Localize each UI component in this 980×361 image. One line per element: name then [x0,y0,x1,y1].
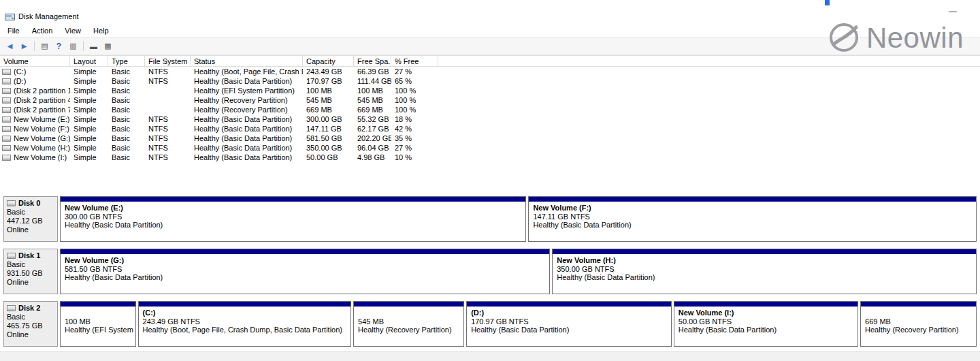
cell-type: Basic [108,105,145,114]
partition-i[interactable]: New Volume (I:) 50.00 GB NTFS Healthy (B… [674,301,858,347]
action-pane-icon[interactable]: ▬ [86,40,101,52]
cell-free: 96.04 GB [354,143,391,153]
col-layout[interactable]: Layout [70,56,108,66]
cell-volume: New Volume (E:) [0,114,70,124]
cell-layout: Simple [70,95,108,105]
partition-name: New Volume (F:) [533,204,972,213]
partition-c[interactable]: (C:) 243.49 GB NTFS Healthy (Boot, Page … [138,301,352,347]
cell-status: Healthy (Basic Data Partition) [191,114,303,124]
minimize-button[interactable]: — [949,7,957,16]
cell-capacity: 50.00 GB [303,153,354,162]
cell-type: Basic [108,76,145,86]
cell-volume: (C:) [0,67,70,76]
cell-free: 100 MB [354,86,391,95]
partition-name: New Volume (I:) [679,309,853,317]
cell-capacity: 100 MB [303,86,354,95]
cell-capacity: 243.49 GB [303,67,354,76]
disk-header-0[interactable]: Disk 0 Basic 447.12 GB Online [3,196,58,242]
cell-status: Healthy (Basic Data Partition) [191,134,303,143]
table-row[interactable]: (Disk 2 partition 4) Simple Basic Health… [0,95,980,105]
volume-icon [2,126,11,132]
partition-status: Healthy (Basic Data Partition) [533,221,972,230]
partition-info: New Volume (H:) 350.00 GB NTFS Healthy (… [553,254,976,282]
partition-color-bar [139,302,351,307]
cell-type: Basic [108,114,145,124]
partitions-disk-2: 100 MB Healthy (EFI System Partition) (C… [60,301,977,347]
col-free-space[interactable]: Free Spa... [354,56,391,66]
partition-recovery-2[interactable]: 669 MB Healthy (Recovery Partition) [860,301,977,347]
back-icon[interactable]: ◀ [3,40,17,52]
cell-fs [145,86,191,95]
cell-status: Healthy (Basic Data Partition) [191,153,303,162]
partition-color-bar [553,249,976,254]
table-row[interactable]: (Disk 2 partition 7) Simple Basic Health… [0,105,980,114]
table-row[interactable]: New Volume (H:) Simple Basic NTFS Health… [0,143,980,153]
table-row[interactable]: (C:) Simple Basic NTFS Healthy (Boot, Pa… [0,67,980,76]
menu-view[interactable]: View [59,23,87,37]
col-file-system[interactable]: File System [145,56,191,66]
properties-icon[interactable]: ▥ [66,40,80,52]
partition-h[interactable]: New Volume (H:) 350.00 GB NTFS Healthy (… [552,249,977,294]
menu-action[interactable]: Action [26,23,59,37]
partition-info: 100 MB Healthy (EFI System Partition) [61,307,135,334]
cell-layout: Simple [70,67,108,76]
cell-free: 66.39 GB [354,67,391,76]
disk-label: Disk 0 [18,199,40,208]
cell-pct: 100 % [391,86,438,95]
col-status[interactable]: Status [191,56,303,66]
cell-volume: (Disk 2 partition 7) [0,105,70,114]
partition-d[interactable]: (D:) 170.97 GB NTFS Healthy (Basic Data … [466,301,672,347]
cell-free: 4.98 GB [354,153,391,162]
partition-size: 170.97 GB NTFS [471,317,667,326]
partition-recovery-1[interactable]: 545 MB Healthy (Recovery Partition) [353,301,464,347]
cell-fs: NTFS [145,67,191,76]
cell-type: Basic [108,86,145,95]
cell-layout: Simple [70,134,108,143]
cell-status: Healthy (Boot, Page File, Crash Du... [191,67,303,76]
cell-volume: New Volume (I:) [0,153,70,162]
col-type[interactable]: Type [108,56,145,66]
col-volume[interactable]: Volume [0,56,70,66]
partition-info: New Volume (E:) 300.00 GB NTFS Healthy (… [61,202,525,230]
table-row[interactable]: (D:) Simple Basic NTFS Healthy (Basic Da… [0,76,980,86]
partition-info: (C:) 243.49 GB NTFS Healthy (Boot, Page … [139,307,351,334]
cell-status: Healthy (Basic Data Partition) [191,143,303,153]
menu-help[interactable]: Help [87,23,115,37]
console-tree-icon[interactable]: ▤ [37,40,52,52]
legend-icon[interactable]: ▦ [101,40,115,52]
volume-name: New Volume (H:) [14,144,70,152]
partitions-disk-0: New Volume (E:) 300.00 GB NTFS Healthy (… [60,196,977,242]
forward-icon[interactable]: ▶ [17,40,31,52]
toolbar-separator [83,42,84,51]
table-row[interactable]: (Disk 2 partition 1) Simple Basic Health… [0,86,980,95]
disk-icon [7,253,16,259]
partition-color-bar [61,249,549,254]
table-row[interactable]: New Volume (F:) Simple Basic NTFS Health… [0,124,980,134]
partition-size: 300.00 GB NTFS [65,213,521,221]
cell-volume: (Disk 2 partition 4) [0,95,70,105]
partition-status: Healthy (EFI System Partition) [65,326,131,334]
help-icon[interactable]: ? [52,40,66,52]
disk-header-1[interactable]: Disk 1 Basic 931.50 GB Online [3,249,58,294]
col-pct-free[interactable]: % Free [391,56,438,66]
cell-layout: Simple [70,76,108,86]
menu-file[interactable]: File [1,23,26,37]
title-bar: Disk Management — [0,10,980,23]
partition-info: New Volume (I:) 50.00 GB NTFS Healthy (B… [674,307,858,334]
disk-header-2[interactable]: Disk 2 Basic 465.75 GB Online [3,301,58,347]
partition-e[interactable]: New Volume (E:) 300.00 GB NTFS Healthy (… [60,196,526,242]
top-strip [0,0,980,10]
partition-g[interactable]: New Volume (G:) 581.50 GB NTFS Healthy (… [60,249,550,294]
cell-volume: New Volume (G:) [0,134,70,143]
graphical-view: Disk 0 Basic 447.12 GB Online New Volume… [0,196,980,347]
table-row[interactable]: New Volume (I:) Simple Basic NTFS Health… [0,153,980,162]
disk-kind: Basic [7,208,54,217]
cell-volume: (Disk 2 partition 1) [0,86,70,95]
partition-efi[interactable]: 100 MB Healthy (EFI System Partition) [60,301,136,347]
col-capacity[interactable]: Capacity [303,56,354,66]
partition-f[interactable]: New Volume (F:) 147.11 GB NTFS Healthy (… [528,196,977,242]
partition-status: Healthy (Basic Data Partition) [65,273,545,282]
disk-label: Disk 1 [18,251,40,260]
table-row[interactable]: New Volume (G:) Simple Basic NTFS Health… [0,134,980,143]
table-row[interactable]: New Volume (E:) Simple Basic NTFS Health… [0,114,980,124]
